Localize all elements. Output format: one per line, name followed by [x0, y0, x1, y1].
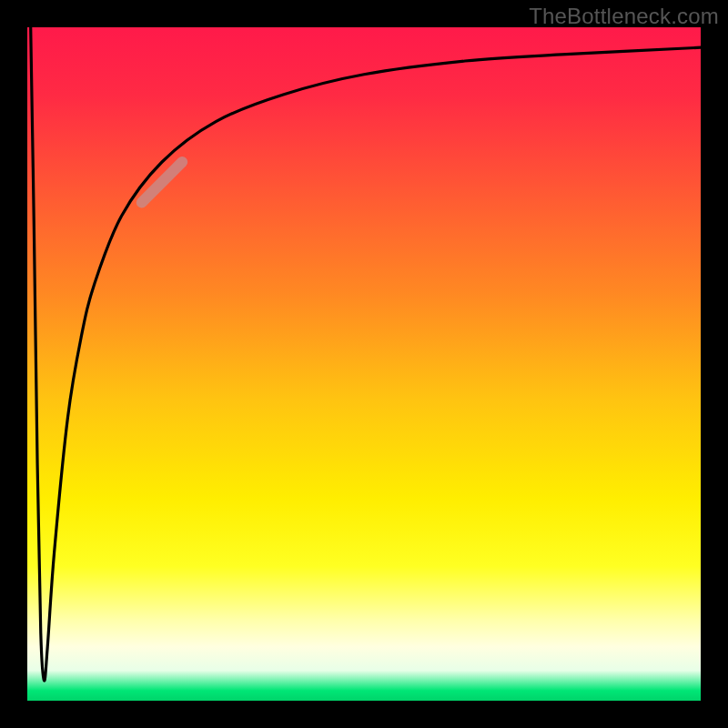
plot-background [27, 27, 701, 701]
chart-frame: TheBottleneck.com [0, 0, 728, 728]
watermark-text: TheBottleneck.com [529, 4, 719, 29]
chart-svg [0, 0, 728, 728]
